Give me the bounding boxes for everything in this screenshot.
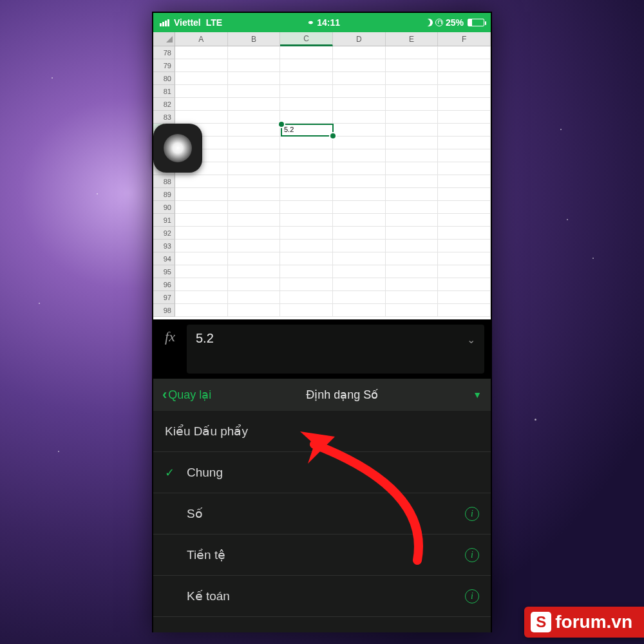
cell[interactable]	[333, 240, 386, 252]
cell[interactable]	[175, 188, 228, 201]
cell[interactable]	[333, 291, 386, 304]
cell[interactable]	[228, 175, 281, 188]
cell[interactable]	[386, 278, 439, 291]
cell[interactable]	[386, 291, 439, 304]
cell[interactable]	[175, 201, 228, 214]
cell[interactable]	[280, 291, 333, 304]
cell[interactable]	[333, 46, 386, 59]
cell[interactable]	[175, 111, 228, 124]
chevron-down-icon[interactable]: ⌄	[467, 334, 475, 346]
selected-cell[interactable]: 5.2	[281, 124, 334, 137]
cell[interactable]	[280, 162, 333, 175]
selection-handle-bottom-right[interactable]	[329, 132, 337, 140]
cell[interactable]	[175, 304, 228, 317]
format-option[interactable]: Sối	[153, 493, 491, 535]
selection-handle-top-left[interactable]	[278, 120, 285, 128]
cell[interactable]	[228, 46, 281, 59]
cell[interactable]	[438, 59, 491, 72]
cell[interactable]	[333, 278, 386, 291]
cell[interactable]	[228, 85, 281, 98]
row-header-78[interactable]: 78	[153, 46, 175, 59]
cell[interactable]	[438, 252, 491, 265]
cell[interactable]	[228, 59, 281, 72]
cell[interactable]	[175, 252, 228, 265]
cell[interactable]	[333, 85, 386, 98]
assistive-touch-button[interactable]	[153, 124, 202, 173]
cell[interactable]	[438, 124, 491, 137]
row-header-90[interactable]: 90	[153, 201, 175, 214]
row-header-91[interactable]: 91	[153, 214, 175, 227]
cell[interactable]	[175, 175, 228, 188]
column-header-F[interactable]: F	[438, 32, 491, 46]
column-header-E[interactable]: E	[386, 32, 439, 46]
panel-dropdown-icon[interactable]: ▼	[473, 390, 482, 400]
cell[interactable]	[438, 214, 491, 227]
cell[interactable]	[333, 149, 386, 162]
cell[interactable]	[386, 137, 439, 149]
cell[interactable]	[228, 162, 281, 175]
cell[interactable]	[333, 59, 386, 72]
cell[interactable]	[228, 304, 281, 317]
cell[interactable]	[438, 137, 491, 149]
cell[interactable]	[438, 162, 491, 175]
cell[interactable]	[175, 72, 228, 85]
cell[interactable]	[280, 265, 333, 278]
format-option[interactable]: Kế toáni	[153, 576, 491, 617]
cell[interactable]	[438, 201, 491, 214]
cell[interactable]	[228, 137, 281, 149]
column-header-A[interactable]: A	[175, 32, 228, 46]
cell[interactable]	[438, 149, 491, 162]
select-all-corner[interactable]	[153, 32, 175, 46]
cell[interactable]	[386, 227, 439, 240]
cell[interactable]	[175, 214, 228, 227]
row-header-79[interactable]: 79	[153, 59, 175, 72]
cell[interactable]	[280, 227, 333, 240]
row-header-80[interactable]: 80	[153, 72, 175, 85]
cell[interactable]	[438, 278, 491, 291]
cell[interactable]	[228, 98, 281, 111]
cell[interactable]	[280, 201, 333, 214]
cell[interactable]	[333, 98, 386, 111]
back-button[interactable]: ‹ Quay lại	[162, 386, 211, 403]
cell[interactable]	[333, 214, 386, 227]
row-header-97[interactable]: 97	[153, 291, 175, 304]
cell[interactable]	[386, 304, 439, 317]
cell[interactable]	[228, 278, 281, 291]
cell[interactable]	[333, 252, 386, 265]
format-option[interactable]: ✓Chung	[153, 452, 491, 493]
cell[interactable]	[280, 98, 333, 111]
cell[interactable]	[438, 175, 491, 188]
cell[interactable]	[333, 111, 386, 124]
info-icon[interactable]: i	[465, 548, 479, 562]
info-icon[interactable]: i	[465, 589, 479, 603]
cell[interactable]	[438, 291, 491, 304]
cell[interactable]	[280, 111, 333, 124]
cell[interactable]	[228, 149, 281, 162]
cell[interactable]	[386, 59, 439, 72]
cell[interactable]	[438, 46, 491, 59]
cell[interactable]	[228, 265, 281, 278]
cell[interactable]	[386, 46, 439, 59]
cell[interactable]	[386, 124, 439, 137]
cell[interactable]	[386, 214, 439, 227]
cell[interactable]	[280, 240, 333, 252]
row-header-98[interactable]: 98	[153, 304, 175, 317]
cell[interactable]	[333, 72, 386, 85]
row-header-81[interactable]: 81	[153, 85, 175, 98]
cell[interactable]	[333, 124, 386, 137]
cell[interactable]	[280, 59, 333, 72]
cell[interactable]	[386, 98, 439, 111]
cell[interactable]	[438, 304, 491, 317]
cell[interactable]	[333, 162, 386, 175]
row-header-89[interactable]: 89	[153, 188, 175, 201]
cell[interactable]	[228, 111, 281, 124]
row-header-94[interactable]: 94	[153, 252, 175, 265]
row-header-88[interactable]: 88	[153, 175, 175, 188]
cell[interactable]	[228, 214, 281, 227]
info-icon[interactable]: i	[465, 507, 479, 521]
cell[interactable]	[386, 175, 439, 188]
cell[interactable]	[280, 252, 333, 265]
cell[interactable]	[280, 278, 333, 291]
cell[interactable]	[438, 265, 491, 278]
cell[interactable]	[280, 72, 333, 85]
